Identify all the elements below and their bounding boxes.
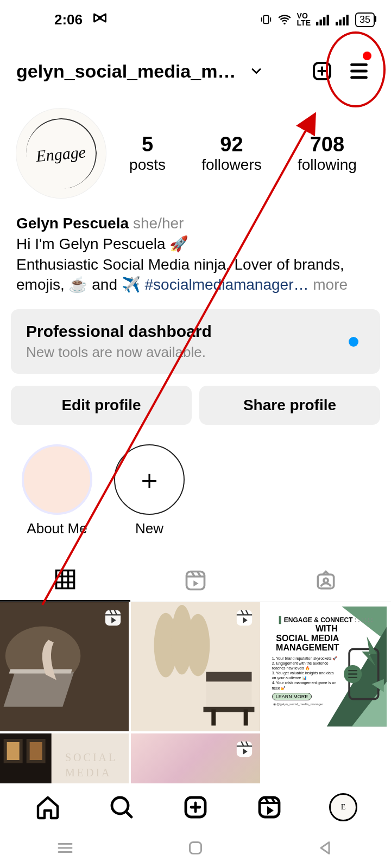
svg-rect-24 bbox=[206, 672, 252, 682]
svg-rect-44 bbox=[190, 843, 201, 854]
status-bar: 2:06 VOLTE 35 bbox=[0, 0, 391, 39]
svg-rect-8 bbox=[343, 17, 345, 25]
username-dropdown[interactable]: gelyn_social_media_man… bbox=[16, 61, 301, 82]
display-name: Gelyn Pescuela bbox=[16, 215, 129, 232]
professional-dashboard-card[interactable]: Professional dashboard New tools are now… bbox=[11, 309, 380, 374]
notification-dot bbox=[363, 52, 371, 60]
post3-bullet: 3. You get valuable insights and data on… bbox=[272, 671, 338, 680]
svg-rect-12 bbox=[318, 575, 333, 589]
post4-l1: SOCIAL bbox=[65, 751, 117, 763]
post4-l2: MEDIA bbox=[65, 767, 112, 778]
battery-icon: 35 bbox=[355, 12, 375, 27]
vibrate-icon bbox=[260, 14, 272, 25]
tab-grid[interactable] bbox=[0, 559, 130, 602]
posts-label: posts bbox=[129, 156, 166, 174]
signal-icon-2 bbox=[336, 14, 350, 25]
post3-bullet: 2. Engagement with the audience reaches … bbox=[272, 661, 338, 671]
post3-with: WITH bbox=[267, 624, 387, 634]
dashboard-subtitle: New tools are now available. bbox=[26, 344, 365, 361]
svg-rect-27 bbox=[244, 710, 248, 726]
bottom-nav: E bbox=[0, 784, 391, 830]
post-thumbnail-empty bbox=[262, 733, 391, 783]
profile-avatar-icon: E bbox=[329, 793, 357, 821]
signal-icon-1 bbox=[316, 14, 330, 25]
following-stat[interactable]: 708 following bbox=[298, 133, 357, 174]
post3-brand: ENGAGE & CONNECT bbox=[284, 616, 353, 624]
bio-hashtag[interactable]: #socialmediamanager… bbox=[145, 276, 309, 293]
highlight-cover bbox=[22, 444, 92, 515]
reels-icon bbox=[184, 569, 207, 592]
volte-icon: VOLTE bbox=[297, 12, 311, 26]
bio-more[interactable]: more bbox=[308, 276, 348, 293]
grid-icon bbox=[53, 567, 77, 591]
profile-header: gelyn_social_media_man… bbox=[0, 39, 391, 103]
posts-count: 5 bbox=[129, 133, 166, 156]
reel-badge-icon bbox=[235, 609, 254, 627]
svg-rect-43 bbox=[260, 797, 279, 817]
followers-count: 92 bbox=[201, 133, 261, 156]
posts-grid: ▍ENGAGE & CONNECT :::::: WITH SOCIAL MED… bbox=[0, 602, 391, 783]
sys-recents[interactable] bbox=[55, 838, 75, 860]
pronouns: she/her bbox=[133, 215, 184, 232]
reels-icon bbox=[256, 794, 282, 820]
nav-home[interactable] bbox=[33, 792, 63, 822]
profile-tabs bbox=[0, 559, 391, 602]
status-icons: VOLTE 35 bbox=[260, 12, 375, 27]
dashboard-title: Professional dashboard bbox=[26, 322, 365, 341]
post-thumbnail[interactable] bbox=[131, 602, 260, 731]
svg-point-13 bbox=[324, 578, 328, 583]
profile-avatar[interactable]: Engage bbox=[16, 108, 106, 198]
svg-rect-7 bbox=[339, 20, 341, 25]
nav-create[interactable] bbox=[180, 792, 211, 822]
post-thumbnail[interactable] bbox=[131, 733, 260, 783]
svg-rect-40 bbox=[236, 741, 251, 756]
highlight-about-me[interactable]: About Me bbox=[22, 444, 92, 537]
username-text: gelyn_social_media_man… bbox=[16, 61, 244, 82]
sys-back[interactable] bbox=[316, 838, 336, 860]
post-thumbnail[interactable] bbox=[0, 602, 129, 731]
post3-learn-more: LEARN MORE bbox=[272, 693, 312, 700]
svg-rect-26 bbox=[212, 710, 216, 726]
system-nav bbox=[0, 830, 391, 868]
svg-rect-4 bbox=[323, 17, 325, 25]
svg-point-22 bbox=[186, 614, 210, 676]
svg-rect-11 bbox=[187, 571, 205, 589]
nav-reels[interactable] bbox=[254, 792, 285, 822]
svg-rect-2 bbox=[316, 22, 318, 25]
following-count: 708 bbox=[298, 133, 357, 156]
search-icon bbox=[109, 794, 135, 820]
highlight-new[interactable]: ＋ New bbox=[114, 444, 185, 537]
nav-search[interactable] bbox=[106, 792, 137, 822]
nav-profile[interactable]: E bbox=[328, 792, 358, 822]
post-thumbnail[interactable]: ▍ENGAGE & CONNECT :::::: WITH SOCIAL MED… bbox=[262, 602, 391, 731]
create-button[interactable] bbox=[306, 55, 338, 87]
tab-tagged[interactable] bbox=[261, 559, 391, 602]
followers-stat[interactable]: 92 followers bbox=[201, 133, 261, 174]
tagged-icon bbox=[314, 569, 338, 592]
svg-rect-16 bbox=[4, 672, 74, 707]
svg-rect-3 bbox=[319, 20, 321, 25]
posts-stat[interactable]: 5 posts bbox=[129, 133, 166, 174]
chevron-down-icon bbox=[249, 63, 264, 79]
svg-point-1 bbox=[283, 23, 285, 24]
story-highlights: About Me ＋ New bbox=[0, 433, 391, 553]
bio-line-1: Hi I'm Gelyn Pescuela 🚀 bbox=[16, 235, 188, 252]
menu-button[interactable] bbox=[343, 55, 375, 87]
wifi-icon bbox=[278, 12, 292, 27]
svg-rect-17 bbox=[9, 669, 72, 674]
share-profile-button[interactable]: Share profile bbox=[199, 386, 380, 425]
sys-home[interactable] bbox=[186, 838, 205, 860]
avatar-logo: Engage bbox=[23, 115, 99, 192]
post-thumbnail[interactable]: SOCIAL MEDIA MANAGER bbox=[0, 733, 129, 783]
svg-rect-6 bbox=[336, 22, 338, 25]
svg-rect-18 bbox=[105, 610, 121, 626]
tab-reels[interactable] bbox=[130, 559, 261, 602]
post3-bullet: 4. Your crisis management game is on fle… bbox=[272, 680, 338, 690]
post3-handle: @gelyn_social_media_manager bbox=[276, 703, 323, 706]
profile-stats-row: Engage 5 posts 92 followers 708 followin… bbox=[0, 103, 391, 209]
profile-actions: Edit profile Share profile bbox=[0, 377, 391, 433]
following-label: following bbox=[298, 156, 357, 174]
edit-profile-button[interactable]: Edit profile bbox=[11, 386, 192, 425]
svg-rect-9 bbox=[346, 15, 348, 25]
plus-square-icon bbox=[182, 794, 209, 820]
